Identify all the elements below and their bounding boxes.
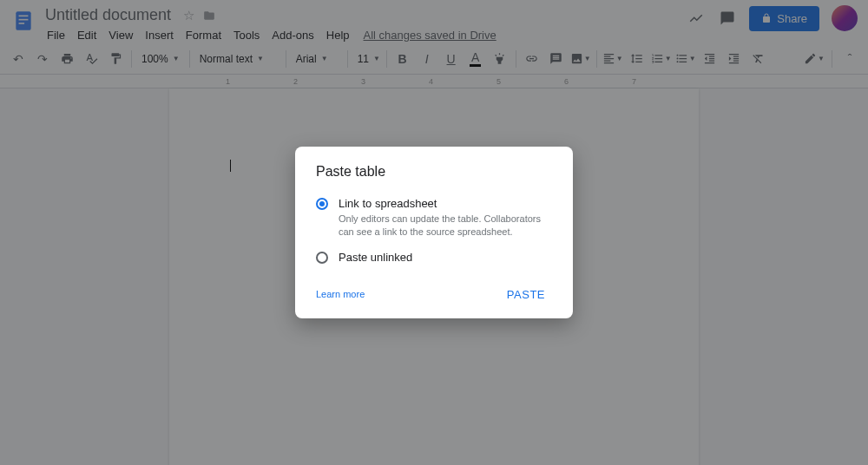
option-paste-unlinked[interactable]: Paste unlinked bbox=[316, 251, 552, 264]
dialog-title: Paste table bbox=[316, 164, 552, 180]
radio-icon bbox=[316, 198, 328, 210]
option-label: Paste unlinked bbox=[339, 251, 412, 264]
option-link-to-spreadsheet[interactable]: Link to spreadsheet Only editors can upd… bbox=[316, 197, 552, 239]
option-description: Only editors can update the table. Colla… bbox=[339, 213, 552, 239]
paste-button[interactable]: PASTE bbox=[500, 283, 552, 306]
radio-icon bbox=[316, 252, 328, 264]
modal-scrim[interactable]: Paste table Link to spreadsheet Only edi… bbox=[0, 0, 868, 465]
paste-table-dialog: Paste table Link to spreadsheet Only edi… bbox=[295, 147, 573, 318]
option-label: Link to spreadsheet bbox=[339, 197, 552, 210]
learn-more-link[interactable]: Learn more bbox=[316, 289, 365, 299]
